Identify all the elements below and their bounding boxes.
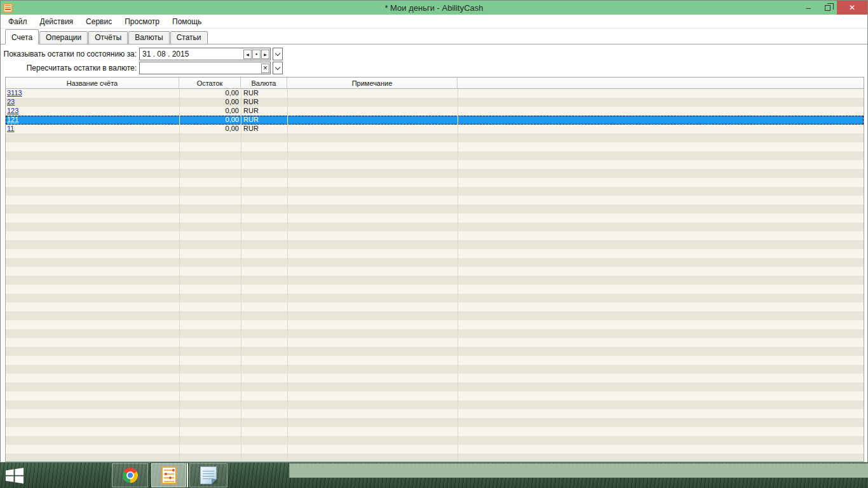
account-row[interactable]: 11 0,00 RUR [6,125,864,133]
account-link[interactable]: 3113 [7,89,22,97]
empty-row [6,267,864,276]
taskbar-chrome-button[interactable] [112,463,148,487]
minimize-button[interactable]: – [799,1,818,15]
column-separator [287,89,288,461]
menu-item-service[interactable]: Сервис [79,15,118,28]
empty-row [6,151,864,160]
menu-item-view[interactable]: Просмотр [118,15,166,28]
empty-row [6,214,864,222]
date-dropdown-button[interactable] [273,48,283,60]
balance-cell: 0,00 [179,89,241,98]
account-link[interactable]: 23 [7,98,15,105]
empty-row [6,160,864,169]
currency-dropdown-button[interactable] [273,62,283,74]
date-next-button[interactable]: ▶ [261,50,269,59]
column-header-currency[interactable]: Валюта [241,78,287,88]
date-today-button[interactable]: ● [252,50,261,59]
balance-cell: 0,00 [179,98,241,107]
table-header: Название счёта Остаток Валюта Примечание [6,78,864,89]
currency-cell: RUR [241,116,287,125]
balance-cell: 0,00 [179,116,241,125]
empty-row [6,356,864,365]
empty-row [6,436,864,445]
notepad-icon [200,466,217,484]
menu-item-help[interactable]: Помощь [166,15,208,28]
window-title: * Мои деньги - AbilityCash [1,3,867,13]
empty-row [6,187,864,196]
taskbar-separator [187,463,188,487]
recalc-currency-field[interactable]: ✕ [139,62,271,74]
empty-row [6,454,864,462]
note-cell [287,116,864,125]
balance-date-value: 31 . 08 . 2015 [140,50,243,58]
column-header-name[interactable]: Название счёта [6,78,179,88]
column-header-balance[interactable]: Остаток [179,78,241,88]
start-button[interactable] [5,467,24,484]
tab-accounts[interactable]: Счета [5,29,39,44]
chevron-down-icon [275,50,280,55]
desktop-peek-band [289,463,868,478]
account-list-body: 3113 0,00 RUR 23 0,00 RUR 123 0,00 RUR [6,89,864,461]
accounts-page: Показывать остатки по состоянию за: 31 .… [1,44,867,462]
empty-row [6,285,864,294]
empty-row [6,276,864,285]
empty-row [6,178,864,187]
empty-row [6,205,864,214]
empty-row [6,391,864,400]
chrome-icon [123,468,138,483]
note-cell [287,125,864,133]
menu-item-file[interactable]: Файл [2,15,34,28]
windows-logo-icon [5,467,24,484]
column-separator [179,89,180,461]
empty-row [6,169,864,178]
account-row[interactable]: 23 0,00 RUR [6,98,864,107]
tab-categories[interactable]: Статьи [170,31,208,44]
account-row[interactable]: 3113 0,00 RUR [6,89,864,98]
close-button[interactable]: ✕ [837,1,867,15]
empty-row [6,427,864,436]
note-cell [287,89,864,98]
currency-cell: RUR [241,125,287,133]
currency-cell: RUR [241,89,287,98]
date-prev-button[interactable]: ◀ [243,50,252,59]
balance-date-field[interactable]: 31 . 08 . 2015 ◀ ● ▶ [139,48,271,60]
column-separator [458,89,458,461]
balance-cell: 0,00 [179,107,241,116]
menubar: Файл Действия Сервис Просмотр Помощь [1,15,867,29]
empty-row [6,222,864,231]
account-link[interactable]: 123 [7,107,18,114]
account-link[interactable]: 121 [7,116,18,123]
note-cell [287,107,864,116]
tab-reports[interactable]: Отчёты [88,31,128,44]
empty-row [6,365,864,374]
tabstrip: Счета Операции Отчёты Валюты Статьи [1,29,867,44]
abilitycash-app-icon [3,3,13,13]
tab-operations[interactable]: Операции [39,31,88,44]
menu-item-actions[interactable]: Действия [34,15,80,28]
empty-row [6,329,864,338]
taskbar-abilitycash-button[interactable] [151,463,186,487]
account-table: Название счёта Остаток Валюта Примечание… [5,77,864,462]
tab-currencies[interactable]: Валюты [128,31,170,44]
empty-row [6,302,864,311]
empty-row [6,294,864,302]
account-row-selected[interactable]: 121 0,00 RUR [6,116,864,125]
restore-icon [825,5,831,11]
clear-currency-button[interactable]: ✕ [261,64,269,73]
empty-row [6,231,864,240]
account-link[interactable]: 11 [7,125,14,132]
recalc-currency-label: Пересчитать остатки в валюте: [1,64,137,72]
restore-button[interactable] [818,1,837,15]
account-row[interactable]: 123 0,00 RUR [6,107,864,116]
taskbar-notepad-button[interactable] [189,463,227,487]
currency-cell: RUR [241,107,287,116]
empty-row [6,347,864,356]
empty-row [6,196,864,205]
taskbar: 0 C ▲ ✕ РУС 23:45 31.08.2015 [0,463,868,488]
column-separator [241,89,241,461]
empty-row [6,258,864,267]
chevron-down-icon [275,64,280,69]
empty-row [6,142,864,151]
column-header-note[interactable]: Примечание [287,78,458,88]
empty-row [6,240,864,249]
